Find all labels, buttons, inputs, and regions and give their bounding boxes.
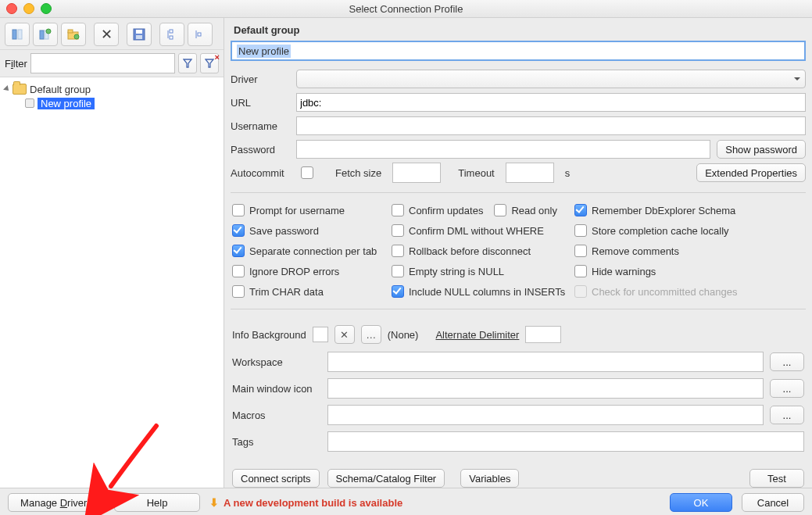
tags-input[interactable] [327, 431, 804, 452]
macros-input[interactable] [327, 405, 764, 425]
svg-point-4 [46, 29, 51, 34]
fetch-size-label: Fetch size [335, 167, 381, 179]
svg-point-7 [74, 34, 79, 39]
alert-icon: ⬇ [209, 496, 219, 509]
main-icon-label: Main window icon [232, 383, 321, 395]
macros-label: Macros [232, 409, 321, 421]
folder-icon [13, 84, 27, 95]
profile-form: Default group New profile Driver URL Use… [224, 18, 812, 488]
ok-button[interactable]: OK [670, 493, 732, 512]
svg-rect-2 [40, 30, 44, 39]
tree-profile-row[interactable]: New profile [3, 96, 220, 110]
timeout-input[interactable] [506, 163, 554, 183]
cancel-button[interactable]: Cancel [742, 493, 804, 512]
collapse-tree-button[interactable] [188, 23, 213, 46]
main-icon-input[interactable] [327, 378, 764, 399]
delete-button[interactable]: ✕ [94, 23, 119, 46]
options-grid: Prompt for username Confirm updates Read… [224, 201, 812, 301]
schema-filter-button[interactable]: Schema/Catalog Filter [327, 469, 445, 488]
copy-profile-button[interactable] [33, 23, 58, 46]
macros-browse-button[interactable]: ... [770, 406, 804, 424]
tree-profile-label: New profile [38, 98, 95, 109]
show-password-button[interactable]: Show password [717, 140, 806, 159]
confirm-dml-checkbox[interactable]: Confirm DML without WHERE [392, 224, 571, 237]
sidebar-toolbar: ✕ [0, 18, 224, 50]
help-button[interactable]: Help [114, 493, 200, 512]
store-cache-checkbox[interactable]: Store completion cache locally [574, 224, 793, 237]
password-label: Password [231, 144, 290, 156]
clear-color-button[interactable]: ✕ [334, 325, 355, 344]
alt-delimiter-input[interactable] [525, 326, 561, 343]
workspace-browse-button[interactable]: ... [770, 352, 804, 371]
alt-delimiter-label: Alternate Delimiter [435, 329, 519, 341]
update-alert: ⬇ A new development build is available [209, 496, 402, 509]
test-button[interactable]: Test [749, 469, 804, 488]
prompt-username-checkbox[interactable]: Prompt for username [232, 204, 388, 216]
include-null-checkbox[interactable]: Include NULL columns in INSERTs [392, 285, 571, 298]
svg-rect-12 [170, 30, 173, 33]
apply-filter-button[interactable] [178, 53, 197, 73]
filter-row: Filter [0, 50, 224, 77]
read-only-checkbox[interactable]: Read only [494, 204, 557, 216]
svg-rect-0 [13, 30, 16, 39]
timeout-unit-label: s [565, 167, 571, 179]
window-title: Select Connection Profile [0, 3, 812, 15]
profile-sidebar: ✕ Filter Default group New profile [0, 18, 224, 488]
disclosure-triangle-icon[interactable] [3, 85, 11, 93]
rollback-disconnect-checkbox[interactable]: Rollback before disconnect [392, 245, 571, 257]
tags-label: Tags [232, 436, 321, 448]
profile-icon [25, 98, 34, 108]
tree-group-row[interactable]: Default group [3, 82, 220, 96]
driver-select[interactable] [296, 70, 806, 88]
remember-schema-checkbox[interactable]: Remember DbExplorer Schema [574, 204, 793, 216]
main-icon-browse-button[interactable]: ... [770, 379, 804, 398]
divider [231, 309, 806, 309]
new-profile-button[interactable] [5, 23, 30, 46]
check-uncommitted-checkbox: Check for uncommitted changes [574, 285, 793, 298]
action-row: Connect scripts Schema/Catalog Filter Va… [224, 458, 812, 488]
svg-rect-15 [198, 33, 201, 36]
remove-comments-checkbox[interactable]: Remove comments [574, 245, 793, 257]
filter-input[interactable] [30, 53, 175, 73]
username-label: Username [231, 120, 290, 132]
empty-string-null-checkbox[interactable]: Empty string is NULL [392, 265, 571, 277]
svg-rect-1 [18, 30, 22, 39]
manage-drivers-button[interactable]: Manage Drivers [8, 493, 105, 512]
filter-label: Filter [5, 58, 27, 70]
group-header: Default group [224, 18, 812, 41]
new-group-button[interactable] [61, 23, 86, 46]
window-titlebar: Select Connection Profile [0, 0, 812, 18]
fetch-size-input[interactable] [392, 163, 441, 183]
timeout-label: Timeout [458, 167, 494, 179]
extended-properties-button[interactable]: Extended Properties [696, 163, 806, 182]
save-password-checkbox[interactable]: Save password [232, 224, 388, 237]
autocommit-checkbox[interactable] [301, 166, 313, 179]
username-input[interactable] [296, 116, 806, 135]
color-swatch[interactable] [313, 327, 328, 342]
clear-filter-button[interactable] [200, 53, 219, 73]
info-background-row: Info Background ✕ … (None) Alternate Del… [224, 317, 812, 345]
workspace-input[interactable] [327, 352, 764, 372]
variables-button[interactable]: Variables [460, 469, 519, 488]
driver-label: Driver [231, 73, 290, 85]
autocommit-label: Autocommit [231, 167, 290, 179]
url-input[interactable] [296, 93, 806, 112]
save-button[interactable] [127, 23, 152, 46]
choose-color-button[interactable]: … [361, 325, 381, 344]
connect-scripts-button[interactable]: Connect scripts [232, 469, 320, 488]
password-input[interactable] [296, 140, 710, 159]
profile-name-input[interactable]: New profile [231, 41, 806, 61]
separate-connection-checkbox[interactable]: Separate connection per tab [232, 245, 388, 257]
info-background-label: Info Background [232, 329, 306, 341]
svg-rect-9 [136, 30, 142, 34]
update-alert-text: A new development build is available [224, 497, 402, 509]
profile-tree[interactable]: Default group New profile [0, 77, 224, 488]
hide-warnings-checkbox[interactable]: Hide warnings [574, 265, 793, 277]
url-label: URL [231, 97, 290, 109]
divider [231, 192, 806, 193]
expand-tree-button[interactable] [159, 23, 184, 46]
confirm-updates-checkbox[interactable]: Confirm updates [392, 204, 483, 216]
trim-char-checkbox[interactable]: Trim CHAR data [232, 285, 388, 298]
ignore-drop-checkbox[interactable]: Ignore DROP errors [232, 265, 388, 277]
info-none-label: (None) [388, 329, 419, 341]
